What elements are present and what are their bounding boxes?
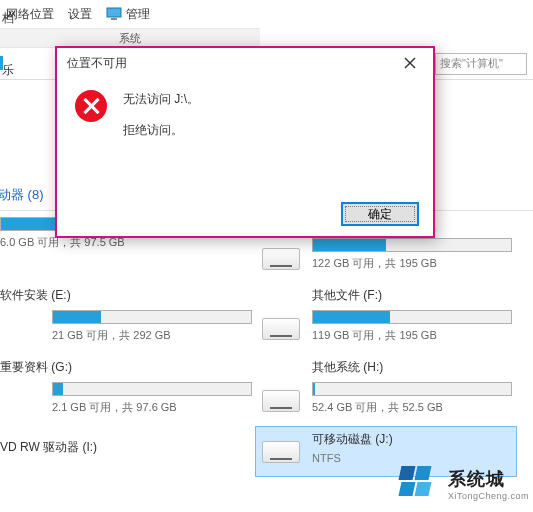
monitor-icon xyxy=(106,6,122,22)
dialog-title: 位置不可用 xyxy=(67,55,127,72)
error-dialog: 位置不可用 无法访问 J:\。 拒绝访问。 确定 xyxy=(55,46,435,238)
drive-label: 可移动磁盘 (J:) xyxy=(312,431,512,448)
ribbon-manage[interactable]: 管理 xyxy=(106,6,150,23)
watermark-logo-icon xyxy=(398,462,442,506)
hdd-icon xyxy=(260,308,304,340)
search-input[interactable]: 搜索"计算机" xyxy=(435,53,527,75)
usage-bar xyxy=(312,310,512,324)
drive-label: 重要资料 (G:) xyxy=(0,359,252,376)
close-icon xyxy=(404,57,416,69)
usage-bar xyxy=(312,382,512,396)
svg-rect-0 xyxy=(107,8,121,17)
drive-stat: 52.4 GB 可用，共 52.5 GB xyxy=(312,400,512,415)
hdd-icon xyxy=(260,380,304,412)
dialog-titlebar[interactable]: 位置不可用 xyxy=(57,48,433,78)
drive-e[interactable]: 软件安装 (E:) 21 GB 可用，共 292 GB xyxy=(0,283,256,355)
drive-h[interactable]: 其他系统 (H:) 52.4 GB 可用，共 52.5 GB xyxy=(256,355,516,427)
drive-label: 其他系统 (H:) xyxy=(312,359,512,376)
dialog-message-2: 拒绝访问。 xyxy=(123,119,199,142)
drive-f[interactable]: 其他文件 (F:) 119 GB 可用，共 195 GB xyxy=(256,283,516,355)
error-icon xyxy=(75,90,107,122)
watermark: 系统城 XiTongCheng.com xyxy=(398,462,529,506)
usage-bar xyxy=(52,310,252,324)
hdd-icon xyxy=(260,238,304,270)
sidebar: 档 乐 xyxy=(0,10,36,98)
usage-bar xyxy=(52,382,252,396)
watermark-brand: 系统城 xyxy=(448,467,529,491)
ribbon-settings[interactable]: 设置 xyxy=(68,6,92,23)
close-button[interactable] xyxy=(395,52,425,74)
drive-optical[interactable]: VD RW 驱动器 (I:) xyxy=(0,427,256,476)
watermark-url: XiTongCheng.com xyxy=(448,491,529,501)
svg-rect-1 xyxy=(111,18,117,20)
drive-g[interactable]: 重要资料 (G:) 2.1 GB 可用，共 97.6 GB xyxy=(0,355,256,427)
sidebar-item[interactable]: 档 xyxy=(0,10,36,28)
drive-stat: 2.1 GB 可用，共 97.6 GB xyxy=(52,400,252,415)
drive-label: VD RW 驱动器 (I:) xyxy=(0,439,252,456)
ribbon-group-label: 系统 xyxy=(0,28,260,48)
dialog-message-1: 无法访问 J:\。 xyxy=(123,88,199,111)
drive-stat: 122 GB 可用，共 195 GB xyxy=(312,256,512,271)
drive-stat: 119 GB 可用，共 195 GB xyxy=(312,328,512,343)
sidebar-item[interactable]: 乐 xyxy=(0,62,36,80)
usage-bar xyxy=(312,238,512,252)
ok-button[interactable]: 确定 xyxy=(341,202,419,226)
drive-stat: 21 GB 可用，共 292 GB xyxy=(52,328,252,343)
drive-label: 软件安装 (E:) xyxy=(0,287,252,304)
ribbon-bar: 网络位置 设置 管理 xyxy=(0,0,533,28)
drive-label: 其他文件 (F:) xyxy=(312,287,512,304)
removable-drive-icon xyxy=(260,431,304,463)
